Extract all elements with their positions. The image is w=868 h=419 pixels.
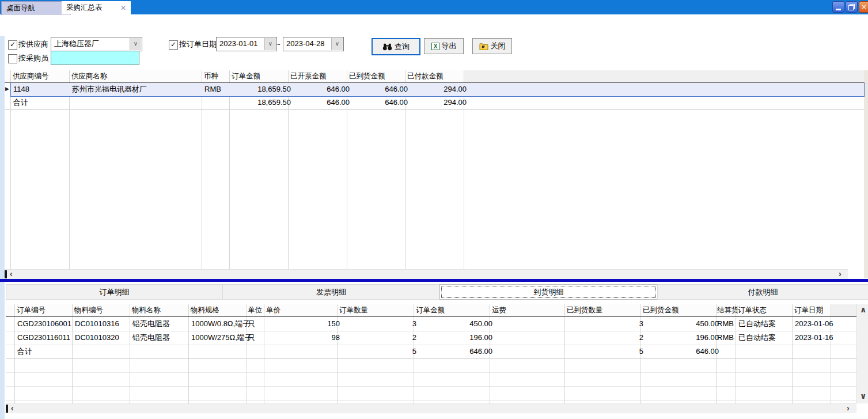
detail-cell[interactable]: 只 bbox=[247, 317, 266, 331]
cell-supplier-code[interactable]: 1148 bbox=[10, 82, 75, 96]
cell-supplier-name[interactable]: 苏州市光福电讯器材厂 bbox=[69, 82, 207, 96]
detail-cell[interactable]: 3 bbox=[564, 317, 646, 331]
date-filter-checkbox[interactable]: ✓ bbox=[169, 40, 178, 50]
detail-cell[interactable]: 98 bbox=[264, 331, 343, 345]
detail-cell[interactable]: 铝壳电阻器 bbox=[130, 331, 194, 345]
detail-cell[interactable]: 2023-01-16 bbox=[792, 331, 844, 345]
chevron-down-icon[interactable]: ∨ bbox=[130, 38, 141, 50]
column-header-received-amount[interactable]: 已到货金额 bbox=[347, 70, 410, 82]
detail-cell[interactable] bbox=[490, 331, 570, 345]
detail-cell[interactable]: 2 bbox=[564, 331, 646, 345]
column-header-supplier-name[interactable]: 供应商名称 bbox=[69, 70, 206, 82]
query-button[interactable]: 查询 bbox=[372, 38, 420, 55]
folder-exit-icon bbox=[479, 43, 488, 50]
summary-table: 供应商编号 供应商名称 币种 订单金额 已开票金额 已到货金额 已付款金额 ▶ … bbox=[5, 70, 864, 269]
detail-cell[interactable]: 2023-01-06 bbox=[792, 317, 844, 331]
supplier-select[interactable]: 上海稳压器厂 ∨ bbox=[51, 37, 142, 51]
scroll-right-icon[interactable]: › bbox=[839, 270, 842, 278]
column-header-order-amount[interactable]: 订单金额 bbox=[414, 304, 494, 316]
date-range-separator: ~ bbox=[276, 39, 281, 50]
column-header-settlement-currency[interactable]: 结算货币 bbox=[716, 304, 738, 316]
cell-order-amount[interactable]: 18,659.50 bbox=[229, 82, 294, 96]
tab-purchase-summary[interactable]: 采购汇总表 ✕ bbox=[62, 1, 131, 14]
detail-cell[interactable]: RMB bbox=[716, 331, 738, 345]
detail-cell[interactable] bbox=[490, 317, 570, 331]
cell-paid-amount[interactable]: 294.00 bbox=[405, 82, 469, 96]
detail-cell[interactable]: DC01010320 bbox=[72, 331, 135, 345]
export-button[interactable]: X 导出 bbox=[424, 38, 464, 54]
detail-tab-order[interactable]: 订单明细 bbox=[6, 284, 223, 300]
column-header-paid-amount[interactable]: 已付款金额 bbox=[405, 70, 468, 82]
cell-invoiced-amount[interactable]: 646.00 bbox=[288, 82, 352, 96]
detail-cell[interactable]: 1000W/275Ω,端子 bbox=[188, 331, 252, 345]
detail-cell[interactable]: RMB bbox=[716, 317, 738, 331]
date-to-select[interactable]: 2023-04-28 ∨ bbox=[283, 37, 344, 51]
detail-cell[interactable]: 2 bbox=[337, 331, 419, 345]
detail-cell[interactable]: 150 bbox=[264, 317, 343, 331]
detail-cell[interactable]: 450.00 bbox=[414, 317, 495, 331]
close-tab-icon[interactable]: ✕ bbox=[117, 4, 126, 12]
minimize-button[interactable] bbox=[832, 1, 844, 13]
column-header-material-spec[interactable]: 物料规格 bbox=[188, 304, 251, 316]
detail-cell[interactable]: 只 bbox=[247, 331, 266, 345]
buyer-filter-checkbox[interactable] bbox=[8, 54, 17, 63]
detail-total-order-qty: 5 bbox=[337, 345, 419, 358]
column-header-unit-price[interactable]: 单价 bbox=[264, 304, 342, 316]
detail-tab-label: 订单明细 bbox=[100, 287, 130, 297]
detail-cell[interactable]: 已自动结案 bbox=[736, 331, 798, 345]
chevron-down-icon[interactable]: ∨ bbox=[264, 38, 276, 50]
column-header-order-status[interactable]: 订单状态 bbox=[736, 304, 797, 316]
buyer-input[interactable] bbox=[51, 51, 139, 65]
column-header-received-qty[interactable]: 已到货数量 bbox=[564, 304, 645, 316]
column-header-supplier-code[interactable]: 供应商编号 bbox=[10, 70, 74, 82]
date-to-value: 2023-04-28 bbox=[286, 39, 325, 48]
detail-cell[interactable]: 450.00 bbox=[640, 317, 722, 331]
summary-header-fill bbox=[464, 70, 864, 82]
detail-cell[interactable]: DC01010316 bbox=[72, 317, 135, 331]
scrollbar-thumb[interactable] bbox=[5, 270, 7, 278]
detail-cell[interactable]: 铝壳电阻器 bbox=[130, 317, 194, 331]
column-header-freight[interactable]: 运费 bbox=[490, 304, 569, 316]
detail-cell[interactable]: CGD230116011 bbox=[14, 331, 78, 345]
summary-total-received-amount: 646.00 bbox=[347, 96, 411, 109]
column-header-invoiced-amount[interactable]: 已开票金额 bbox=[288, 70, 351, 82]
restore-button[interactable] bbox=[846, 1, 858, 13]
column-header-order-date[interactable]: 订单日期 bbox=[792, 304, 835, 316]
column-header-received-amount[interactable]: 已到货金额 bbox=[640, 304, 721, 316]
scroll-left-icon[interactable]: ‹ bbox=[11, 404, 14, 413]
summary-horizontal-scrollbar[interactable]: ‹ › bbox=[5, 269, 848, 279]
chevron-down-icon[interactable]: ∨ bbox=[331, 38, 343, 50]
scroll-up-icon[interactable]: ∧ bbox=[860, 305, 866, 314]
column-header-order-qty[interactable]: 订单数量 bbox=[337, 304, 418, 316]
column-header-unit[interactable]: 单位 bbox=[247, 304, 266, 316]
column-header-material-no[interactable]: 物料编号 bbox=[72, 304, 134, 316]
detail-tab-payment[interactable]: 付款明细 bbox=[657, 284, 868, 300]
column-header-material-name[interactable]: 物料名称 bbox=[130, 304, 193, 316]
scroll-down-icon[interactable]: ∨ bbox=[860, 392, 866, 401]
detail-cell[interactable]: 3 bbox=[337, 317, 419, 331]
column-header-order-no[interactable]: 订单编号 bbox=[14, 304, 77, 316]
scrollbar-thumb[interactable] bbox=[6, 405, 8, 413]
detail-tab-invoice[interactable]: 发票明细 bbox=[222, 284, 440, 300]
detail-total-label: 合计 bbox=[14, 345, 78, 358]
detail-cell[interactable]: CGD230106001 bbox=[14, 317, 78, 331]
detail-tab-arrival[interactable]: 到货明细 bbox=[439, 284, 658, 300]
scroll-right-icon[interactable]: › bbox=[847, 404, 850, 413]
detail-vertical-scrollbar[interactable]: ∧ ∨ bbox=[856, 304, 868, 403]
column-header-order-amount[interactable]: 订单金额 bbox=[229, 70, 293, 82]
date-from-select[interactable]: 2023-01-01 ∨ bbox=[216, 37, 277, 51]
detail-cell[interactable]: 已自动结案 bbox=[736, 317, 798, 331]
cell-received-amount[interactable]: 646.00 bbox=[347, 82, 411, 96]
supplier-filter-checkbox[interactable]: ✓ bbox=[8, 40, 17, 50]
detail-cell[interactable]: 196.00 bbox=[414, 331, 495, 345]
splitter-bar[interactable] bbox=[0, 279, 868, 282]
detail-cell[interactable]: 196.00 bbox=[640, 331, 722, 345]
detail-total-received-qty: 5 bbox=[564, 345, 646, 358]
detail-cell[interactable]: 1000W/0.8Ω,端子 bbox=[188, 317, 252, 331]
scroll-left-icon[interactable]: ‹ bbox=[10, 270, 13, 278]
detail-horizontal-scrollbar[interactable]: ‹ › bbox=[6, 403, 856, 413]
summary-total-label: 合计 bbox=[10, 96, 75, 109]
close-form-button[interactable]: 关闭 bbox=[472, 38, 512, 54]
close-window-button[interactable]: ✕ bbox=[859, 1, 868, 13]
tab-desktop-navigation[interactable]: 桌面导航 bbox=[1, 1, 71, 15]
